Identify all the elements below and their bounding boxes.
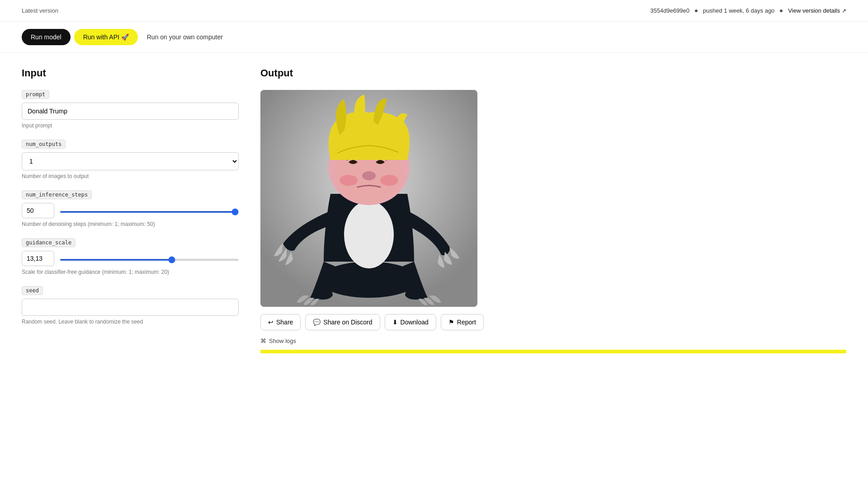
inference-steps-field-block: num_inference_steps Number of denoising … (22, 190, 239, 227)
main-content: Input prompt Input prompt num_outputs 1 … (0, 53, 868, 368)
run-api-label: Run with API 🚀 (83, 33, 129, 41)
svg-point-7 (340, 175, 358, 186)
share-button[interactable]: ↩ Share (260, 314, 301, 330)
logs-icon: ⌘ (260, 338, 266, 344)
version-hash: 3554d9e699e0 (650, 7, 689, 14)
action-buttons: ↩ Share 💬 Share on Discord ⬇ Download ⚑ … (260, 314, 846, 330)
top-bar-right: 3554d9e699e0 pushed 1 week, 6 days ago V… (650, 7, 846, 14)
inference-steps-label: num_inference_steps (22, 190, 92, 199)
output-image-container (260, 90, 477, 307)
share-discord-button[interactable]: 💬 Share on Discord (305, 314, 380, 330)
inference-steps-slider-wrapper (60, 207, 239, 214)
version-label: Latest version (22, 7, 58, 14)
show-logs-label: Show logs (269, 338, 296, 344)
inference-steps-slider[interactable] (60, 211, 239, 213)
output-panel: Output (260, 67, 846, 353)
guidance-scale-slider-wrapper (60, 255, 239, 262)
report-icon: ⚑ (448, 319, 454, 326)
guidance-scale-slider[interactable] (60, 259, 239, 261)
download-label: Download (401, 319, 429, 326)
discord-icon: 💬 (313, 319, 321, 326)
dot-separator-2 (780, 9, 783, 12)
tab-bar: Run model Run with API 🚀 Run on your own… (0, 22, 868, 53)
run-own-button[interactable]: Run on your own computer (142, 29, 228, 45)
report-button[interactable]: ⚑ Report (441, 314, 484, 330)
seed-description: Random seed. Leave blank to randomize th… (22, 319, 239, 325)
seed-label: seed (22, 286, 43, 295)
num-outputs-select[interactable]: 1 2 3 4 (22, 152, 239, 170)
share-label: Share (276, 319, 293, 326)
view-version-link[interactable]: View version details (788, 7, 846, 14)
guidance-scale-number[interactable] (22, 251, 54, 266)
seed-input[interactable] (22, 299, 239, 316)
download-icon: ⬇ (392, 319, 398, 326)
guidance-scale-field-block: guidance_scale Scale for classifier-free… (22, 238, 239, 275)
prompt-input[interactable] (22, 103, 239, 120)
output-image-svg (260, 90, 477, 307)
show-logs-button[interactable]: ⌘ Show logs (260, 338, 296, 344)
top-bar: Latest version 3554d9e699e0 pushed 1 wee… (0, 0, 868, 22)
svg-point-2 (344, 201, 394, 268)
prompt-label: prompt (22, 90, 49, 99)
inference-steps-description: Number of denoising steps (minimum: 1; m… (22, 221, 239, 227)
input-panel: Input prompt Input prompt num_outputs 1 … (22, 67, 239, 353)
yellow-progress-bar (260, 350, 846, 353)
svg-point-6 (362, 171, 376, 180)
run-model-button[interactable]: Run model (22, 29, 71, 45)
num-outputs-description: Number of images to output (22, 173, 239, 179)
dot-separator (695, 9, 698, 12)
share-discord-label: Share on Discord (323, 319, 372, 326)
num-outputs-label: num_outputs (22, 140, 66, 149)
download-button[interactable]: ⬇ Download (385, 314, 436, 330)
share-icon: ↩ (268, 319, 274, 326)
guidance-scale-label: guidance_scale (22, 238, 75, 247)
guidance-scale-description: Scale for classifier-free guidance (mini… (22, 269, 239, 275)
inference-steps-row (22, 203, 239, 218)
prompt-field-block: prompt Input prompt (22, 90, 239, 129)
run-api-button[interactable]: Run with API 🚀 (74, 29, 138, 45)
report-label: Report (457, 319, 476, 326)
output-title: Output (260, 67, 846, 79)
pushed-text: pushed 1 week, 6 days ago (703, 7, 774, 14)
guidance-scale-row (22, 251, 239, 266)
num-outputs-field-block: num_outputs 1 2 3 4 Number of images to … (22, 140, 239, 179)
prompt-description: Input prompt (22, 122, 239, 129)
input-title: Input (22, 67, 239, 79)
svg-point-8 (380, 175, 398, 186)
inference-steps-number[interactable] (22, 203, 54, 218)
seed-field-block: seed Random seed. Leave blank to randomi… (22, 286, 239, 325)
